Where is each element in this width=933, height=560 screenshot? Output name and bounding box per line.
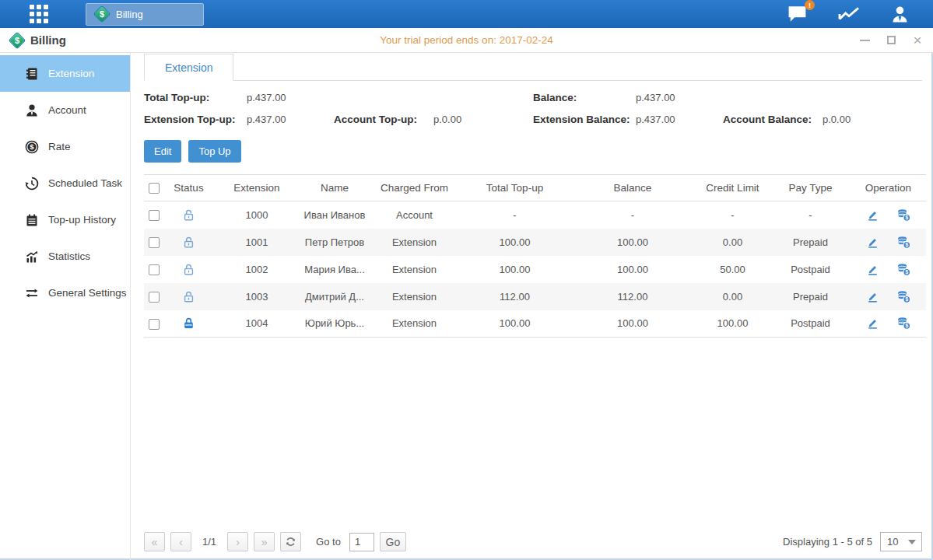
sidebar-item-label: Account — [48, 104, 86, 116]
column-header-balance: Balance — [570, 175, 695, 201]
topup-icon[interactable]: $ — [896, 290, 911, 303]
cell-pay-type: Postpaid — [770, 310, 851, 338]
svg-text:$: $ — [905, 296, 908, 303]
operation-cell: $ — [851, 290, 926, 303]
cell-total-topup: 100.00 — [459, 310, 570, 338]
user-account-icon[interactable] — [890, 5, 910, 24]
window-title-text: Billing — [30, 33, 66, 47]
first-page-button[interactable]: « — [144, 532, 165, 551]
table-row: 1000Иван ИвановAccount----$ — [144, 201, 926, 229]
cell-charged-from: Extension — [370, 310, 459, 338]
lock-open-icon[interactable] — [182, 208, 195, 222]
edit-icon[interactable] — [866, 317, 879, 330]
column-header-status: Status — [163, 175, 214, 201]
window-title: $ Billing — [9, 33, 66, 48]
sidebar-item-label: Rate — [48, 141, 71, 152]
top-up-button[interactable]: Top Up — [188, 140, 240, 163]
cell-credit-limit: 0.00 — [695, 229, 770, 256]
messages-icon[interactable]: ! — [787, 5, 808, 23]
operation-cell: $ — [851, 236, 926, 249]
lock-open-icon[interactable] — [182, 236, 195, 249]
billing-window-icon: $ — [9, 33, 25, 48]
extensions-table: StatusExtensionNameCharged FromTotal Top… — [144, 174, 926, 338]
page-size-select[interactable]: 10 — [880, 532, 922, 551]
cell-pay-type: Prepaid — [770, 283, 851, 310]
chevron-down-icon — [908, 540, 916, 544]
sidebar-item-rate[interactable]: $Rate — [0, 128, 130, 165]
extension-topup-value: p.437.00 — [247, 114, 334, 125]
column-header-charged-from: Charged From — [370, 175, 459, 201]
prev-page-button[interactable]: ‹ — [170, 532, 191, 551]
edit-icon[interactable] — [866, 263, 879, 276]
cell-extension: 1004 — [214, 310, 300, 338]
scheduled-task-icon — [24, 177, 39, 191]
maximize-button[interactable] — [885, 34, 897, 47]
extension-balance-value: p.437.00 — [636, 114, 723, 125]
billing-app-icon: $ — [94, 6, 110, 22]
sidebar-item-top-up-history[interactable]: Top-up History — [0, 201, 130, 238]
sidebar-item-statistics[interactable]: Statistics — [0, 238, 130, 275]
column-header-pay-type: Pay Type — [770, 175, 851, 201]
cell-name: Петр Петров — [300, 229, 370, 256]
window-controls: × — [858, 34, 924, 47]
tab-extension[interactable]: Extension — [144, 54, 233, 81]
go-button[interactable]: Go — [380, 532, 406, 551]
cell-charged-from: Extension — [370, 229, 459, 256]
lock-closed-icon[interactable] — [182, 317, 195, 330]
lock-open-icon[interactable] — [182, 263, 195, 276]
cell-total-topup: 100.00 — [459, 256, 570, 283]
cell-extension: 1002 — [214, 256, 300, 283]
row-checkbox[interactable] — [149, 264, 160, 275]
topup-icon[interactable]: $ — [896, 317, 911, 330]
lock-open-icon[interactable] — [182, 290, 195, 303]
row-checkbox[interactable] — [149, 237, 160, 248]
sidebar-item-extension[interactable]: Extension — [0, 55, 130, 92]
page-indicator: 1/1 — [202, 536, 216, 548]
window-titlebar: $ Billing Your trial period ends on: 201… — [0, 28, 933, 53]
goto-page-input[interactable] — [349, 533, 374, 551]
svg-text:$: $ — [905, 269, 908, 275]
row-checkbox[interactable] — [149, 210, 160, 221]
refresh-icon[interactable] — [280, 532, 301, 551]
minimize-button[interactable] — [858, 34, 871, 47]
table-row: 1004Юрий Юрь...Extension100.00100.00100.… — [144, 310, 926, 338]
topup-icon[interactable]: $ — [896, 236, 911, 249]
cell-balance: - — [570, 201, 695, 229]
topup-icon[interactable]: $ — [896, 208, 911, 222]
main-content: Extension Total Top-up: p.437.00 Extensi… — [131, 53, 933, 560]
row-checkbox[interactable] — [149, 292, 160, 303]
sidebar-item-label: Top-up History — [48, 214, 116, 226]
statistics-chart-icon[interactable] — [837, 5, 861, 23]
edit-icon[interactable] — [866, 208, 879, 222]
system-topbar: $ Billing ! — [0, 0, 933, 28]
last-page-button[interactable]: » — [254, 532, 275, 551]
select-all-checkbox[interactable] — [149, 183, 160, 194]
table-row: 1003Дмитрий Д...Extension112.00112.000.0… — [144, 283, 926, 310]
topup-icon[interactable]: $ — [896, 263, 911, 276]
general-settings-icon — [24, 286, 39, 300]
cell-pay-type: Postpaid — [770, 256, 851, 283]
row-checkbox[interactable] — [149, 319, 160, 330]
balance-label: Balance: — [533, 92, 636, 103]
sidebar-item-general-settings[interactable]: General Settings — [0, 275, 130, 311]
cell-balance: 100.00 — [570, 310, 695, 338]
edit-button[interactable]: Edit — [144, 140, 181, 163]
app-launcher-icon[interactable] — [30, 5, 48, 23]
sidebar-item-label: Scheduled Task — [48, 177, 122, 189]
sidebar-item-scheduled-task[interactable]: Scheduled Task — [0, 165, 130, 201]
account-icon — [24, 103, 39, 117]
sidebar: ExtensionAccount$RateScheduled TaskTop-u… — [0, 53, 131, 560]
cell-extension: 1000 — [214, 201, 300, 229]
table-row: 1001Петр ПетровExtension100.00100.000.00… — [144, 229, 926, 256]
taskbar-tab-billing[interactable]: $ Billing — [86, 3, 204, 26]
next-page-button[interactable]: › — [227, 532, 248, 551]
displaying-text: Displaying 1 - 5 of 5 — [783, 536, 872, 548]
balance-value: p.437.00 — [636, 92, 723, 103]
edit-icon[interactable] — [866, 236, 879, 249]
account-balance-value: p.0.00 — [823, 114, 922, 125]
pagination-summary: Displaying 1 - 5 of 5 10 — [783, 532, 922, 551]
edit-icon[interactable] — [866, 290, 879, 303]
close-button[interactable]: × — [911, 34, 924, 47]
extension-icon — [24, 67, 39, 81]
sidebar-item-account[interactable]: Account — [0, 92, 130, 128]
